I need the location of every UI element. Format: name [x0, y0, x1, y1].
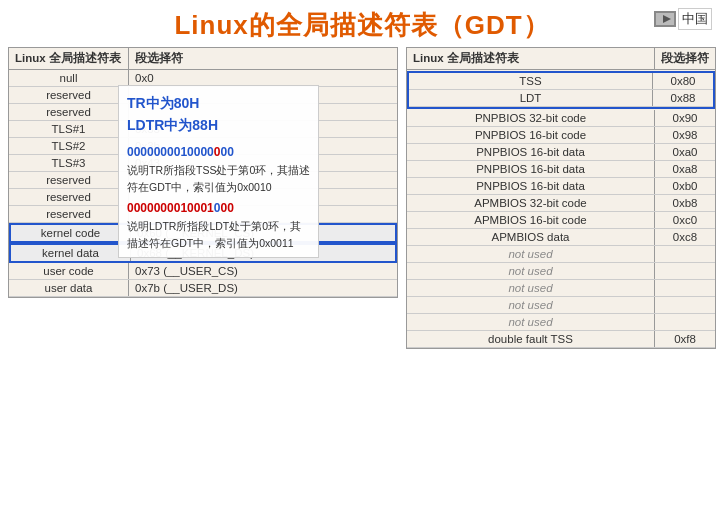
- annotation-box: TR中为80H LDTR中为88H 0000000010000000 说明TR所…: [118, 85, 319, 258]
- right-col1-header: Linux 全局描述符表: [407, 48, 655, 69]
- right-row-value: 0x98: [655, 127, 715, 143]
- right-table-row: not used: [407, 280, 715, 297]
- left-panel: Linux 全局描述符表 段选择符 null 0x0 reserved rese…: [8, 47, 398, 521]
- page-title: Linux的全局描述符表（GDT）: [0, 8, 724, 43]
- title-bar: Linux的全局描述符表（GDT） 中国: [0, 0, 724, 47]
- right-row-name: TSS: [409, 73, 653, 89]
- right-row-name: not used: [407, 263, 655, 279]
- right-table-row: not used: [407, 314, 715, 331]
- right-table-row: not used: [407, 246, 715, 263]
- left-row-value: 0x73 (__USER_CS): [129, 263, 397, 279]
- right-row-name: not used: [407, 297, 655, 313]
- right-row-value: 0x88: [653, 90, 713, 106]
- hex2-line: 0000000010001000: [127, 199, 310, 218]
- left-row-name: reserved: [9, 87, 129, 103]
- right-row-value: [655, 263, 715, 279]
- right-row-value: 0xb8: [655, 195, 715, 211]
- film-icon: [654, 11, 676, 27]
- right-row-value: [655, 314, 715, 330]
- left-row-name: null: [9, 70, 129, 86]
- right-table-row: APMBIOS 16-bit code 0xc0: [407, 212, 715, 229]
- note1: 说明TR所指段TSS处于第0环，其描述 符在GDT中，索引值为0x0010: [127, 162, 310, 196]
- left-row-name: TLS#1: [9, 121, 129, 137]
- right-row-name: APMBIOS 16-bit code: [407, 212, 655, 228]
- left-row-value: 0x7b (__USER_DS): [129, 280, 397, 296]
- left-row-name: user code: [9, 263, 129, 279]
- right-table-row: PNPBIOS 32-bit code 0x90: [407, 110, 715, 127]
- right-row-value: 0x80: [653, 73, 713, 89]
- note2-text: 说明LDTR所指段LDT处于第0环，其 描述符在GDT中，索引值为0x0011: [127, 218, 310, 252]
- right-table-row: double fault TSS 0xf8: [407, 331, 715, 348]
- left-table-header: Linux 全局描述符表 段选择符: [9, 48, 397, 70]
- left-table-row: user data 0x7b (__USER_DS): [9, 280, 397, 297]
- tr-text: TR中为80H LDTR中为88H: [127, 92, 310, 137]
- left-row-name: user data: [9, 280, 129, 296]
- right-row-name: PNPBIOS 32-bit code: [407, 110, 655, 126]
- right-table: Linux 全局描述符表 段选择符 TSS 0x80 LDT 0x88 PNPB…: [406, 47, 716, 349]
- right-row-name: PNPBIOS 16-bit data: [407, 161, 655, 177]
- right-table-row: PNPBIOS 16-bit data 0xb0: [407, 178, 715, 195]
- logo-text: 中国: [678, 8, 712, 30]
- right-row-name: LDT: [409, 90, 653, 106]
- hex1-line: 0000000010000000: [127, 143, 310, 162]
- right-row-name: not used: [407, 314, 655, 330]
- tss-ldt-box: TSS 0x80 LDT 0x88: [407, 71, 715, 109]
- left-row-name: TLS#2: [9, 138, 129, 154]
- right-table-row: PNPBIOS 16-bit data 0xa0: [407, 144, 715, 161]
- right-table-header: Linux 全局描述符表 段选择符: [407, 48, 715, 70]
- right-row-name: PNPBIOS 16-bit data: [407, 178, 655, 194]
- logo: 中国: [654, 8, 712, 30]
- right-table-row: not used: [407, 263, 715, 280]
- right-row-name: APMBIOS 32-bit code: [407, 195, 655, 211]
- right-row-value: [655, 297, 715, 313]
- right-row-name: PNPBIOS 16-bit data: [407, 144, 655, 160]
- right-row-value: 0xa8: [655, 161, 715, 177]
- right-panel: Linux 全局描述符表 段选择符 TSS 0x80 LDT 0x88 PNPB…: [406, 47, 716, 521]
- right-row-name: double fault TSS: [407, 331, 655, 347]
- right-table-body: TSS 0x80 LDT 0x88 PNPBIOS 32-bit code 0x…: [407, 71, 715, 348]
- left-row-name: kernel data: [11, 245, 131, 261]
- right-table-row: PNPBIOS 16-bit code 0x98: [407, 127, 715, 144]
- right-row-name: PNPBIOS 16-bit code: [407, 127, 655, 143]
- right-row-value: [655, 246, 715, 262]
- right-row-value: [655, 280, 715, 296]
- left-row-name: reserved: [9, 189, 129, 205]
- left-row-value: 0x0: [129, 70, 397, 86]
- main-content: Linux 全局描述符表 段选择符 null 0x0 reserved rese…: [0, 47, 724, 521]
- right-row-name: not used: [407, 246, 655, 262]
- left-row-name: reserved: [9, 172, 129, 188]
- left-col2-header: 段选择符: [129, 48, 397, 69]
- right-table-row: PNPBIOS 16-bit data 0xa8: [407, 161, 715, 178]
- right-table-row: APMBIOS data 0xc8: [407, 229, 715, 246]
- right-row-value: 0xf8: [655, 331, 715, 347]
- right-col2-header: 段选择符: [655, 48, 715, 69]
- right-table-row: TSS 0x80: [409, 73, 713, 90]
- left-row-name: reserved: [9, 206, 129, 222]
- right-row-value: 0xc0: [655, 212, 715, 228]
- left-row-name: kernel code: [11, 225, 131, 241]
- right-row-value: 0xb0: [655, 178, 715, 194]
- right-table-row: not used: [407, 297, 715, 314]
- left-row-name: TLS#3: [9, 155, 129, 171]
- left-col1-header: Linux 全局描述符表: [9, 48, 129, 69]
- left-row-name: reserved: [9, 104, 129, 120]
- right-row-name: not used: [407, 280, 655, 296]
- right-row-name: APMBIOS data: [407, 229, 655, 245]
- right-row-value: 0xa0: [655, 144, 715, 160]
- right-row-value: 0xc8: [655, 229, 715, 245]
- right-row-value: 0x90: [655, 110, 715, 126]
- right-table-row: APMBIOS 32-bit code 0xb8: [407, 195, 715, 212]
- left-table-row: user code 0x73 (__USER_CS): [9, 263, 397, 280]
- right-table-row: LDT 0x88: [409, 90, 713, 107]
